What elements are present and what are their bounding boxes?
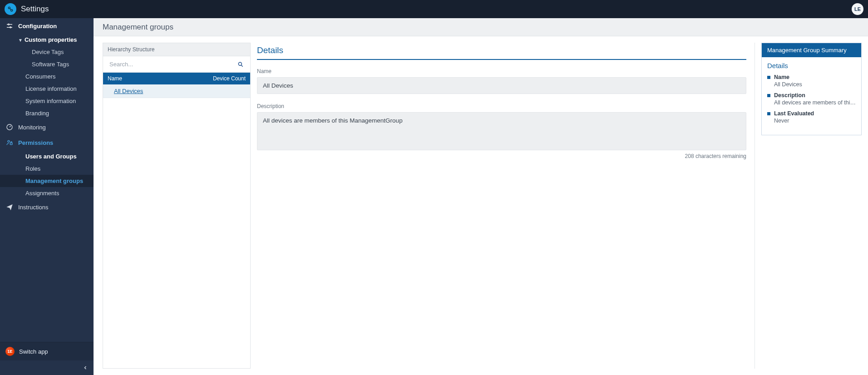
nav-assignments[interactable]: Assignments [0, 187, 94, 199]
field-name-value: All Devices [257, 77, 746, 94]
svg-point-5 [10, 27, 11, 28]
summary-key: Last Evaluated [767, 110, 856, 117]
details-column: Details Name All Devices Description All… [257, 43, 748, 369]
nav-branding[interactable]: Branding [0, 107, 94, 119]
field-name-block: Name All Devices [257, 68, 746, 94]
page-body: Hierarchy Structure Name Device Count Al… [94, 36, 868, 375]
nav-consumers[interactable]: Consumers [0, 70, 94, 83]
field-description-value: All devices are members of this Manageme… [257, 112, 746, 150]
gauge-icon [5, 123, 14, 131]
app-title: Settings [21, 5, 49, 14]
summary-card: Management Group Summary Details Name Al… [761, 43, 862, 135]
user-avatar[interactable]: LE [852, 3, 863, 15]
summary-column: Management Group Summary Details Name Al… [755, 43, 862, 369]
hierarchy-panel-header: Hierarchy Structure [103, 43, 250, 56]
svg-point-4 [8, 24, 10, 25]
nav-system-information[interactable]: System information [0, 95, 94, 107]
summary-value: Never [767, 118, 856, 124]
nav-software-tags[interactable]: Software Tags [0, 58, 94, 70]
nav-roles[interactable]: Roles [0, 163, 94, 175]
summary-key: Description [767, 92, 856, 99]
nav-instructions-label: Instructions [18, 204, 48, 211]
nav-configuration-label: Configuration [18, 23, 57, 30]
collapse-sidebar[interactable] [0, 360, 94, 375]
nav-instructions[interactable]: Instructions [0, 199, 94, 215]
col-name: Name [108, 75, 122, 82]
hierarchy-panel: Hierarchy Structure Name Device Count Al… [103, 43, 251, 369]
chars-remaining: 208 characters remaining [257, 153, 746, 159]
hierarchy-row-name-link[interactable]: All Devices [114, 88, 143, 94]
page-title: Management groups [94, 18, 868, 36]
nav-license-information[interactable]: License information [0, 83, 94, 95]
nav-users-and-groups[interactable]: Users and Groups [0, 150, 94, 163]
sliders-icon [5, 22, 14, 30]
paper-plane-icon [5, 203, 14, 211]
summary-item: Name All Devices [767, 74, 856, 88]
summary-item: Last Evaluated Never [767, 110, 856, 124]
app-logo-icon[interactable] [5, 3, 16, 15]
switch-app-label: Switch app [19, 348, 48, 355]
sidebar-footer: 1E Switch app [0, 342, 94, 375]
user-lock-icon [5, 138, 14, 147]
nav-monitoring-label: Monitoring [18, 124, 46, 131]
summary-card-header: Management Group Summary [762, 43, 861, 57]
svg-line-10 [241, 65, 242, 66]
sidebar: Configuration ▼Custom properties Device … [0, 18, 94, 375]
field-description-label: Description [257, 103, 746, 109]
col-device-count: Device Count [213, 75, 246, 82]
nav-management-groups[interactable]: Management groups [0, 175, 94, 187]
hierarchy-table-head: Name Device Count [103, 73, 250, 84]
details-title: Details [257, 45, 746, 60]
nav-configuration[interactable]: Configuration [0, 18, 94, 34]
nav-custom-properties-label: Custom properties [25, 36, 77, 43]
summary-subtitle: Details [767, 62, 856, 69]
svg-point-1 [11, 10, 13, 11]
field-description-block: Description All devices are members of t… [257, 103, 746, 159]
hierarchy-row[interactable]: All Devices [103, 84, 250, 98]
svg-point-0 [8, 7, 10, 9]
switch-app-icon: 1E [5, 347, 15, 356]
shell: Configuration ▼Custom properties Device … [0, 18, 868, 375]
summary-value: All Devices [767, 81, 856, 88]
nav-device-tags[interactable]: Device Tags [0, 46, 94, 58]
switch-app[interactable]: 1E Switch app [0, 342, 94, 360]
nav-permissions[interactable]: Permissions [0, 135, 94, 150]
topbar: Settings LE [0, 0, 868, 18]
caret-down-icon: ▼ [18, 38, 23, 43]
summary-body: Details Name All Devices Description All… [762, 57, 861, 135]
topbar-left: Settings [5, 3, 49, 15]
svg-point-7 [8, 140, 10, 142]
hierarchy-searchbar [103, 56, 250, 73]
nav-permissions-label: Permissions [18, 139, 53, 146]
nav-custom-properties[interactable]: ▼Custom properties [0, 34, 94, 46]
search-icon[interactable] [234, 59, 247, 69]
sidebar-scroll: Configuration ▼Custom properties Device … [0, 18, 94, 342]
nav-monitoring[interactable]: Monitoring [0, 119, 94, 135]
chevron-left-icon [83, 365, 88, 370]
summary-value: All devices are members of this Manag... [767, 99, 856, 106]
field-name-label: Name [257, 68, 746, 74]
hierarchy-search-input[interactable] [108, 58, 234, 70]
svg-point-9 [238, 62, 242, 65]
svg-rect-8 [10, 143, 12, 145]
content: Management groups Hierarchy Structure Na… [94, 18, 868, 375]
summary-list: Name All Devices Description All devices… [767, 74, 856, 124]
summary-key: Name [767, 74, 856, 80]
summary-item: Description All devices are members of t… [767, 92, 856, 106]
